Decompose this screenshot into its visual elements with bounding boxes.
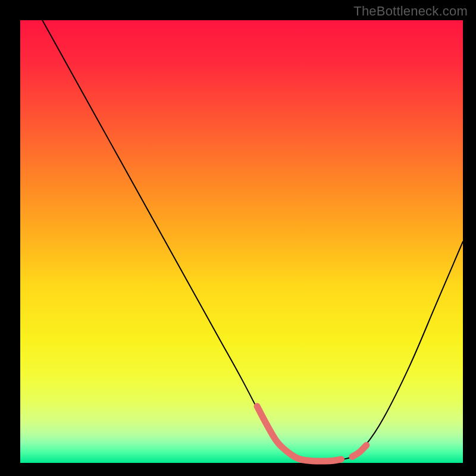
watermark-text: TheBottleneck.com [353, 4, 468, 19]
trough-right-highlight [352, 445, 367, 456]
chart-frame: TheBottleneck.com [0, 0, 476, 476]
bottleneck-curve [42, 20, 463, 462]
trough-flat-highlight [257, 406, 341, 461]
plot-area [20, 20, 463, 463]
curve-layer [20, 20, 463, 463]
